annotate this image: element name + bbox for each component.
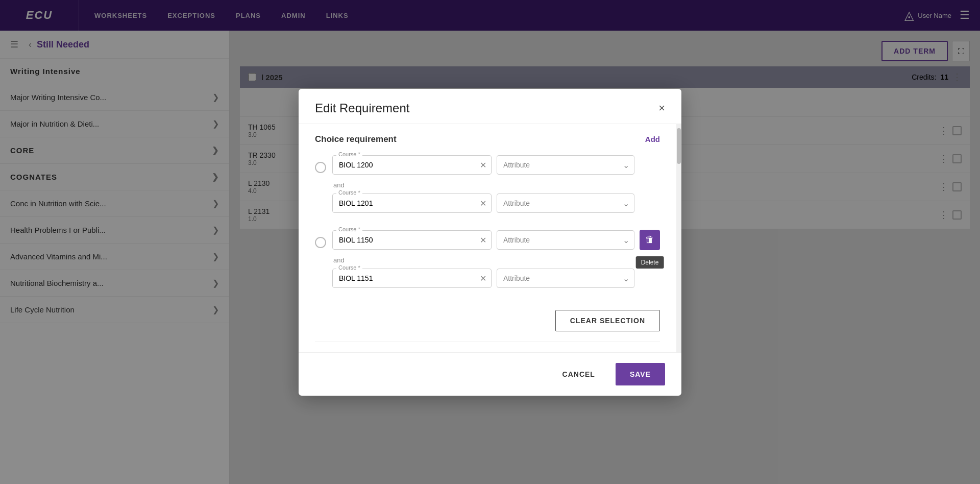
delete-placeholder xyxy=(640,193,660,213)
choice-section: Choice requirement Add Course * xyxy=(315,124,660,352)
attribute-select-0-0[interactable]: Attribute xyxy=(497,155,634,175)
course-row-0-0: Course * ✕ Attribute ⌄ xyxy=(332,155,660,175)
choice-group-0: Course * ✕ Attribute ⌄ xyxy=(315,155,660,220)
clear-selection-button[interactable]: CLEAR SELECTION xyxy=(555,310,660,331)
course-row-0-1: Course * ✕ Attribute ⌄ xyxy=(332,193,660,213)
scrollbar-track xyxy=(676,124,681,352)
course-field-label: Course * xyxy=(336,189,362,196)
course-clear-button[interactable]: ✕ xyxy=(480,235,486,245)
modal-title: Edit Requirement xyxy=(315,101,409,115)
choice-group-1: Course * ✕ Attribute ⌄ xyxy=(315,230,660,295)
choice-title: Choice requirement xyxy=(315,134,397,144)
cancel-button[interactable]: CANCEL xyxy=(548,363,609,385)
course-input-wrap: Course * ✕ xyxy=(332,193,492,213)
course-clear-button[interactable]: ✕ xyxy=(480,273,486,283)
save-button[interactable]: SAVE xyxy=(616,363,665,385)
course-input-0-1[interactable] xyxy=(332,193,492,213)
modal-header: Edit Requirement × xyxy=(299,89,681,124)
modal-body: Choice requirement Add Course * xyxy=(299,124,676,352)
and-label: and xyxy=(332,181,660,189)
delete-placeholder xyxy=(640,268,660,288)
add-link[interactable]: Add xyxy=(645,135,660,143)
attr-select-wrap: Attribute ⌄ xyxy=(497,155,634,175)
scrollbar-thumb[interactable] xyxy=(677,128,681,164)
edit-requirement-modal: Edit Requirement × Choice requirement Ad… xyxy=(299,89,681,396)
course-input-1-1[interactable] xyxy=(332,269,492,288)
attribute-select-1-0[interactable]: Attribute xyxy=(497,230,634,250)
course-row-1-0: Course * ✕ Attribute ⌄ xyxy=(332,230,660,250)
radio-button-1[interactable] xyxy=(315,237,326,248)
modal-overlay: Edit Requirement × Choice requirement Ad… xyxy=(0,0,980,484)
attribute-select-1-1[interactable]: Attribute xyxy=(497,269,634,288)
course-input-1-0[interactable] xyxy=(332,230,492,250)
course-input-wrap: Course * ✕ xyxy=(332,230,492,250)
attribute-select-0-1[interactable]: Attribute xyxy=(497,193,634,213)
and-label: and xyxy=(332,256,660,264)
radio-button-0[interactable] xyxy=(315,162,326,173)
modal-divider xyxy=(315,342,660,342)
course-clear-button[interactable]: ✕ xyxy=(480,160,486,170)
course-row-1-1: Course * ✕ Attribute ⌄ xyxy=(332,268,660,288)
choice-rows-1: Course * ✕ Attribute ⌄ xyxy=(332,230,660,295)
modal-close-button[interactable]: × xyxy=(658,103,665,114)
trash-icon: 🗑 xyxy=(645,234,654,245)
choice-header: Choice requirement Add xyxy=(315,134,660,144)
course-clear-button[interactable]: ✕ xyxy=(480,198,486,208)
attr-select-wrap: Attribute ⌄ xyxy=(497,193,634,213)
course-input-wrap: Course * ✕ xyxy=(332,269,492,288)
course-input-0-0[interactable] xyxy=(332,155,492,175)
choice-rows-0: Course * ✕ Attribute ⌄ xyxy=(332,155,660,220)
course-field-label: Course * xyxy=(336,151,362,157)
delete-placeholder xyxy=(640,155,660,175)
delete-tooltip-wrap: 🗑 Delete xyxy=(640,230,660,250)
delete-button-1-0[interactable]: 🗑 xyxy=(640,230,660,250)
attr-select-wrap: Attribute ⌄ xyxy=(497,230,634,250)
modal-footer: CANCEL SAVE xyxy=(299,352,681,396)
course-input-wrap: Course * ✕ xyxy=(332,155,492,175)
course-field-label: Course * xyxy=(336,226,362,232)
course-field-label: Course * xyxy=(336,264,362,271)
clear-selection-row: CLEAR SELECTION xyxy=(315,305,660,342)
attr-select-wrap: Attribute ⌄ xyxy=(497,269,634,288)
